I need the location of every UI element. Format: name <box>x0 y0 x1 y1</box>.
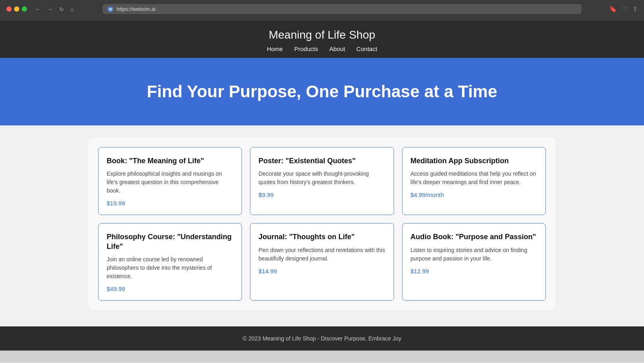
product-name-5: Audio Book: "Purpose and Passion" <box>411 232 537 242</box>
reload-button[interactable]: ↻ <box>58 6 66 13</box>
close-button[interactable] <box>6 6 12 12</box>
favorites-icon[interactable]: ♡ <box>622 5 627 13</box>
footer-text: © 2023 Meaning of Life Shop - Discover P… <box>8 335 636 342</box>
address-bar[interactable]: W https://websim.ai <box>103 4 582 14</box>
product-price-1: $9.99 <box>258 191 385 198</box>
nav-home[interactable]: Home <box>267 45 283 52</box>
product-desc-3: Join an online course led by renowned ph… <box>107 255 233 281</box>
product-desc-4: Pen down your reflections and revelation… <box>258 246 385 263</box>
product-card-2[interactable]: Meditation App Subscription Access guide… <box>402 147 546 215</box>
product-name-2: Meditation App Subscription <box>411 156 537 166</box>
product-price-2: $4.99/month <box>411 191 537 198</box>
share-icon[interactable]: ⇧ <box>632 5 638 13</box>
product-price-4: $14.99 <box>258 268 385 275</box>
product-card-4[interactable]: Journal: "Thoughts on Life" Pen down you… <box>250 223 394 301</box>
products-grid: Book: "The Meaning of Life" Explore phil… <box>98 147 546 301</box>
maximize-button[interactable] <box>22 6 27 12</box>
browser-nav: ← → ↻ ⌂ <box>33 6 75 13</box>
website-content: Meaning of Life Shop Home Products About… <box>0 21 644 351</box>
product-price-0: $19.99 <box>107 200 233 207</box>
browser-toolbar-right: 🔖 ♡ ⇧ <box>609 5 638 13</box>
product-card-3[interactable]: Philosophy Course: "Understanding Life" … <box>98 223 242 301</box>
hero-title: Find Your Purpose, One Purchase at a Tim… <box>8 82 636 101</box>
product-name-1: Poster: "Existential Quotes" <box>258 156 385 166</box>
product-desc-2: Access guided meditations that help you … <box>411 170 537 187</box>
nav-contact[interactable]: Contact <box>356 45 377 52</box>
favicon: W <box>107 6 113 12</box>
home-button[interactable]: ⌂ <box>69 6 75 13</box>
back-button[interactable]: ← <box>33 6 42 13</box>
address-text: https://websim.ai <box>116 6 155 12</box>
bookmark-icon[interactable]: 🔖 <box>609 5 617 13</box>
nav-products[interactable]: Products <box>294 45 318 52</box>
product-card-1[interactable]: Poster: "Existential Quotes" Decorate yo… <box>250 147 394 215</box>
product-name-4: Journal: "Thoughts on Life" <box>258 232 385 242</box>
bottom-bar <box>0 351 644 363</box>
browser-chrome: ← → ↻ ⌂ W https://websim.ai 🔖 ♡ ⇧ <box>0 0 644 21</box>
product-card-5[interactable]: Audio Book: "Purpose and Passion" Listen… <box>402 223 546 301</box>
product-price-3: $49.99 <box>107 285 233 292</box>
product-desc-1: Decorate your space with thought-provoki… <box>258 170 385 187</box>
product-name-0: Book: "The Meaning of Life" <box>107 156 233 166</box>
product-name-3: Philosophy Course: "Understanding Life" <box>107 232 233 251</box>
forward-button[interactable]: → <box>45 6 54 13</box>
product-desc-5: Listen to inspiring stories and advice o… <box>411 246 537 263</box>
product-card-0[interactable]: Book: "The Meaning of Life" Explore phil… <box>98 147 242 215</box>
site-header: Meaning of Life Shop Home Products About… <box>0 21 644 58</box>
products-section: Book: "The Meaning of Life" Explore phil… <box>0 125 644 326</box>
product-desc-0: Explore philosophical insights and musin… <box>107 170 233 195</box>
hero-section: Find Your Purpose, One Purchase at a Tim… <box>0 58 644 125</box>
site-footer: © 2023 Meaning of Life Shop - Discover P… <box>0 326 644 351</box>
nav-about[interactable]: About <box>329 45 345 52</box>
products-grid-wrapper: Book: "The Meaning of Life" Explore phil… <box>89 137 555 310</box>
minimize-button[interactable] <box>14 6 19 12</box>
browser-titlebar: ← → ↻ ⌂ W https://websim.ai 🔖 ♡ ⇧ <box>6 4 638 14</box>
traffic-lights <box>6 6 27 12</box>
site-title: Meaning of Life Shop <box>0 29 644 41</box>
site-nav: Home Products About Contact <box>0 45 644 52</box>
product-price-5: $12.99 <box>411 268 537 275</box>
browser-tab-bar <box>6 17 638 21</box>
